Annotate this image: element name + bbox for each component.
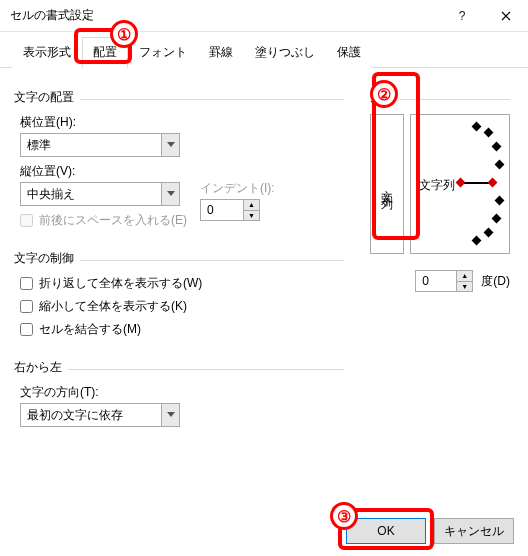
space-checkbox-input bbox=[20, 214, 33, 227]
spinner-down-icon[interactable]: ▼ bbox=[244, 211, 259, 221]
chevron-down-icon bbox=[161, 183, 179, 205]
close-icon bbox=[501, 11, 511, 21]
group-alignment: 文字の配置 横位置(H): 標準 縦位置(V): 中央揃え 前後にスペースを入れ… bbox=[14, 82, 344, 239]
horizontal-value: 標準 bbox=[27, 137, 51, 154]
degree-label: 度(D) bbox=[481, 273, 510, 290]
vertical-text-label: 文字列 bbox=[379, 180, 396, 192]
dial-point-icon bbox=[484, 128, 494, 138]
close-button[interactable] bbox=[484, 0, 528, 32]
vertical-text-button[interactable]: 文字列 bbox=[370, 114, 404, 254]
wrap-checkbox[interactable]: 折り返して全体を表示する(W) bbox=[20, 275, 344, 292]
group-text-control: 文字の制御 折り返して全体を表示する(W) 縮小して全体を表示する(K) セルを… bbox=[14, 243, 344, 348]
tab-protection[interactable]: 保護 bbox=[326, 37, 372, 68]
dial-point-icon bbox=[492, 214, 502, 224]
dial-point-icon bbox=[488, 178, 498, 188]
vertical-label: 縦位置(V): bbox=[20, 163, 344, 180]
cancel-button[interactable]: キャンセル bbox=[434, 518, 514, 544]
dial-point-icon bbox=[456, 178, 466, 188]
chevron-down-icon bbox=[161, 404, 179, 426]
spinner-up-icon[interactable]: ▲ bbox=[244, 200, 259, 211]
tab-bar: 表示形式 配置 フォント 罫線 塗りつぶし 保護 bbox=[0, 32, 528, 68]
dial-label: 文字列 bbox=[419, 177, 455, 194]
vertical-combo[interactable]: 中央揃え bbox=[20, 182, 180, 206]
space-checkbox: 前後にスペースを入れる(E) bbox=[20, 212, 344, 229]
tab-font[interactable]: フォント bbox=[128, 37, 198, 68]
direction-label: 文字の方向(T): bbox=[20, 384, 344, 401]
direction-combo[interactable]: 最初の文字に依存 bbox=[20, 403, 180, 427]
spinner-up-icon[interactable]: ▲ bbox=[457, 271, 472, 282]
tab-fill[interactable]: 塗りつぶし bbox=[244, 37, 326, 68]
window-title: セルの書式設定 bbox=[10, 7, 440, 24]
direction-value: 最初の文字に依存 bbox=[27, 407, 123, 424]
indent-value: 0 bbox=[201, 200, 243, 220]
group-rtl: 右から左 文字の方向(T): 最初の文字に依存 bbox=[14, 352, 344, 431]
degree-spinner[interactable]: 0 ▲ ▼ bbox=[415, 270, 473, 292]
tab-border[interactable]: 罫線 bbox=[198, 37, 244, 68]
ok-button[interactable]: OK bbox=[346, 518, 426, 544]
horizontal-label: 横位置(H): bbox=[20, 114, 344, 131]
orientation-dial[interactable]: 文字列 bbox=[410, 114, 510, 254]
dial-point-icon bbox=[472, 236, 482, 246]
horizontal-combo[interactable]: 標準 bbox=[20, 133, 180, 157]
dial-point-icon bbox=[472, 122, 482, 132]
shrink-checkbox[interactable]: 縮小して全体を表示する(K) bbox=[20, 298, 344, 315]
wrap-checkbox-input[interactable] bbox=[20, 277, 33, 290]
indent-spinner[interactable]: 0 ▲ ▼ bbox=[200, 199, 260, 221]
merge-checkbox-input[interactable] bbox=[20, 323, 33, 336]
dial-point-icon bbox=[495, 196, 505, 206]
tab-format[interactable]: 表示形式 bbox=[12, 37, 82, 68]
dialog-footer: OK キャンセル bbox=[346, 518, 514, 544]
orientation-section-label: 方向 bbox=[370, 90, 400, 104]
vertical-value: 中央揃え bbox=[27, 186, 75, 203]
tab-alignment[interactable]: 配置 bbox=[82, 37, 128, 68]
dialog-body: 文字の配置 横位置(H): 標準 縦位置(V): 中央揃え 前後にスペースを入れ… bbox=[0, 68, 528, 556]
merge-checkbox[interactable]: セルを結合する(M) bbox=[20, 321, 344, 338]
titlebar: セルの書式設定 ? bbox=[0, 0, 528, 32]
help-button[interactable]: ? bbox=[440, 0, 484, 32]
alignment-section-label: 文字の配置 bbox=[14, 90, 80, 104]
dial-point-icon bbox=[495, 160, 505, 170]
dial-point-icon bbox=[484, 228, 494, 238]
spinner-down-icon[interactable]: ▼ bbox=[457, 282, 472, 292]
control-section-label: 文字の制御 bbox=[14, 251, 80, 265]
chevron-down-icon bbox=[161, 134, 179, 156]
indent-area: インデント(I): 0 ▲ ▼ bbox=[200, 180, 275, 221]
group-orientation: 方向 文字列 文字列 0 bbox=[370, 82, 510, 292]
rtl-section-label: 右から左 bbox=[14, 360, 68, 374]
shrink-checkbox-input[interactable] bbox=[20, 300, 33, 313]
dial-point-icon bbox=[492, 142, 502, 152]
degree-value: 0 bbox=[416, 271, 456, 291]
indent-label: インデント(I): bbox=[200, 180, 275, 197]
